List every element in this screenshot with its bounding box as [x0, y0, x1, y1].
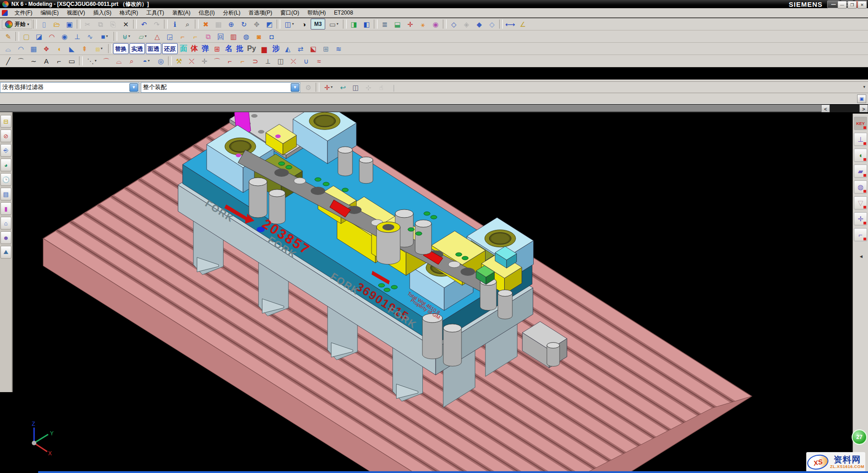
section-surface-button[interactable]: ◖: [53, 43, 65, 54]
doc-restore-button[interactable]: ❐: [848, 1, 857, 9]
sweep-button[interactable]: ∿: [84, 31, 96, 42]
visualization-button[interactable]: ◉: [430, 19, 441, 30]
offset-surface-button[interactable]: ⇞: [79, 43, 90, 54]
reuse-library-tab[interactable]: ◕: [0, 159, 11, 171]
show-hide-button[interactable]: ◨: [348, 19, 360, 30]
block-button[interactable]: ■: [97, 31, 112, 42]
orient-view-cube-button[interactable]: ◫: [282, 19, 297, 30]
extend-curve-button[interactable]: ⌐: [237, 55, 248, 66]
doc-close-button[interactable]: ✕: [858, 1, 867, 9]
menu-assemblies[interactable]: 装配(A): [168, 9, 194, 17]
menu-analysis[interactable]: 分析(L): [219, 9, 245, 17]
csys-button[interactable]: ⚹: [417, 19, 429, 30]
measure-angle-button[interactable]: ∠: [517, 19, 529, 30]
fillet-button[interactable]: ⌒: [100, 55, 112, 66]
ruler-toggle[interactable]: ❘: [388, 82, 400, 93]
intersect-curve-button[interactable]: ⤫: [288, 55, 299, 66]
offset-curve-button[interactable]: ⊃: [249, 55, 261, 66]
unite-button[interactable]: ⊎: [119, 31, 134, 42]
flange-button[interactable]: ⧉: [202, 31, 214, 42]
notification-badge[interactable]: 27: [852, 429, 867, 445]
open-button[interactable]: 🗁: [51, 19, 63, 30]
name-tool-button[interactable]: 名: [224, 43, 234, 54]
body-display-button[interactable]: 体: [189, 43, 199, 54]
constraint-navigator-tab[interactable]: ⊘: [0, 129, 11, 142]
point-set-curve-button[interactable]: ⋱: [84, 55, 99, 66]
rectangle-button[interactable]: ▭: [66, 55, 78, 66]
grab-toggle[interactable]: ☝: [375, 82, 387, 93]
emboss-button[interactable]: ◲: [164, 31, 176, 42]
part-family-button[interactable]: ⊞: [320, 43, 332, 54]
text-curve-button[interactable]: A: [40, 55, 52, 66]
reuse-elbow-item[interactable]: ⌐: [854, 228, 867, 241]
window-button[interactable]: ▦: [213, 19, 224, 30]
menu-insert[interactable]: 插入(S): [89, 9, 115, 17]
measure-distance-button[interactable]: ⟷: [504, 19, 516, 30]
rendering-style-button[interactable]: ◑: [298, 19, 310, 30]
toolbar-options-chevron[interactable]: ▾: [863, 85, 865, 89]
mirror-curve-button[interactable]: ◫: [275, 55, 287, 66]
menu-edit[interactable]: 编辑(E): [36, 9, 63, 17]
close-window-button[interactable]: ✖: [200, 19, 212, 30]
join-curve-button[interactable]: ∪: [300, 55, 312, 66]
roles-tab[interactable]: ☻: [0, 231, 11, 244]
shell-button[interactable]: 回: [215, 31, 227, 42]
snap-intersection-button[interactable]: ◇: [486, 19, 498, 30]
snap-end-point-button[interactable]: ◈: [461, 19, 472, 30]
doc-minimize-button[interactable]: —: [838, 1, 847, 9]
datum-plane-button[interactable]: ▱: [135, 31, 150, 42]
edit-section-button[interactable]: ⬕: [308, 43, 319, 54]
cut-button[interactable]: ✂: [82, 19, 94, 30]
batch-tool-button[interactable]: 批: [235, 43, 245, 54]
restore-view-window-button[interactable]: ▣: [857, 95, 866, 103]
part-navigator-tab[interactable]: ⎆: [0, 144, 11, 157]
swept-button[interactable]: ⌓: [2, 43, 14, 54]
system-materials-tab[interactable]: ▤: [0, 188, 11, 200]
face-curve-button[interactable]: ◓: [139, 55, 154, 66]
menu-window[interactable]: 窗口(O): [276, 9, 303, 17]
menu-et2008[interactable]: ET2008: [330, 9, 357, 16]
menu-view[interactable]: 视图(V): [63, 9, 89, 17]
edit-object-display-button[interactable]: ℹ: [169, 19, 181, 30]
chevron-down-icon[interactable]: ▼: [291, 83, 299, 92]
studio-surface-button[interactable]: ❖: [40, 43, 52, 54]
grid-tool-button[interactable]: ⊞: [211, 43, 223, 54]
motion-pair-button[interactable]: ⇄: [295, 43, 307, 54]
boss-button[interactable]: ⊥: [71, 31, 83, 42]
scene-wand-tab[interactable]: ⌂: [0, 217, 11, 229]
sketch-button[interactable]: ✎: [2, 31, 14, 42]
menu-help[interactable]: 帮助(H): [303, 9, 330, 17]
snap-point-button[interactable]: ◇: [448, 19, 460, 30]
copy-button[interactable]: ⧉: [94, 19, 106, 30]
rib-button[interactable]: ▥: [228, 31, 239, 42]
chevron-down-icon[interactable]: ▼: [129, 83, 138, 92]
fillet-2-button[interactable]: ⌓: [113, 55, 125, 66]
work-layer-box[interactable]: M3: [311, 19, 325, 30]
assembly-navigator-tab[interactable]: ⊟: [0, 115, 11, 128]
visualization-wand-tab[interactable]: ▮: [0, 202, 11, 215]
background-button[interactable]: ▭: [326, 19, 342, 30]
notebook-button[interactable]: ▆: [258, 43, 270, 54]
project-curve-button[interactable]: ⟂: [262, 55, 274, 66]
perspective-button[interactable]: ◩: [263, 19, 275, 30]
pocket-button[interactable]: ◙: [253, 31, 265, 42]
layer-settings-button[interactable]: ≣: [379, 19, 391, 30]
trim-curve-button[interactable]: ⤬: [186, 55, 198, 66]
thicken-button[interactable]: ⧈: [91, 43, 107, 54]
helix-button[interactable]: ◎: [155, 55, 167, 66]
sectioning-button[interactable]: ◭: [282, 43, 294, 54]
trimmed-sheet-button[interactable]: ◣: [66, 43, 78, 54]
face-display-button[interactable]: 面: [179, 43, 188, 54]
save-button[interactable]: ▣: [64, 19, 75, 30]
menu-preferences[interactable]: 首选项(P): [244, 9, 276, 17]
pan-button[interactable]: ✥: [251, 19, 263, 30]
reuse-pin-item[interactable]: ✛: [854, 212, 867, 225]
smooth-spline-button[interactable]: ≈: [313, 55, 325, 66]
immediate-hide-button[interactable]: ◧: [361, 19, 372, 30]
contour-flange-button[interactable]: ⌐: [189, 31, 201, 42]
delete-button[interactable]: ✕: [120, 19, 132, 30]
curve-wrench-button[interactable]: ⚒: [173, 55, 185, 66]
find-button[interactable]: ⌕: [182, 19, 193, 30]
start-menu-button[interactable]: 开始: [2, 20, 32, 29]
bridge-curve-button[interactable]: ⌒: [211, 55, 223, 66]
